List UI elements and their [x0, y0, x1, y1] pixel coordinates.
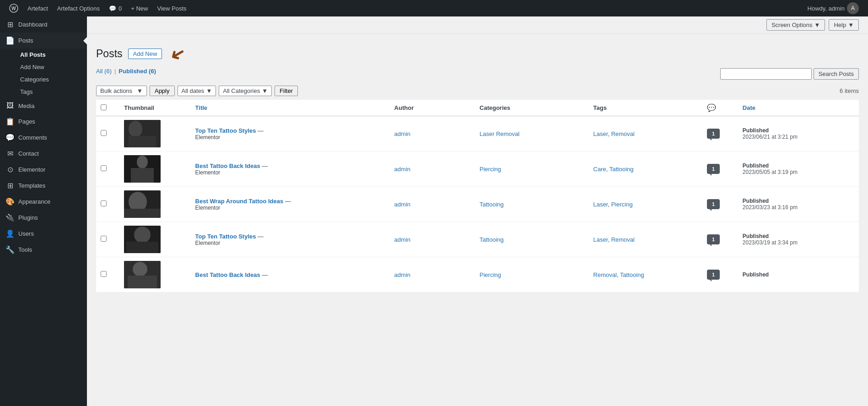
screen-options-button[interactable]: Screen Options ▼ — [766, 19, 825, 31]
comment-count-bubble[interactable]: 1 — [707, 234, 720, 244]
subnav-all[interactable]: All (6) — [96, 68, 112, 75]
help-button[interactable]: Help ▼ — [829, 19, 859, 31]
post-title-link[interactable]: Best Tattoo Back Ideas — [195, 271, 260, 278]
table-row: Top Ten Tattoo Styles — Elementor admin … — [96, 222, 859, 257]
tag-link[interactable]: Laser — [593, 130, 608, 137]
sidebar-item-comments[interactable]: 💬 Comments — [0, 130, 87, 146]
date-cell: Published — [738, 257, 859, 292]
sidebar-item-posts[interactable]: 📄 Posts — [0, 32, 87, 49]
th-checkbox — [96, 100, 119, 116]
adminbar-howdy[interactable]: Howdy, admin A — [803, 0, 863, 16]
post-subtitle: Elementor — [195, 205, 385, 211]
category-link[interactable]: Laser Removal — [480, 130, 519, 137]
comment-count-bubble[interactable]: 1 — [707, 270, 720, 280]
adminbar-wp-logo[interactable]: W — [5, 0, 23, 16]
all-categories-dropdown[interactable]: All Categories ▼ — [219, 86, 272, 96]
sidebar-sub-categories[interactable]: Categories — [0, 73, 87, 86]
th-thumbnail: Thumbnail — [119, 100, 190, 116]
chevron-down-icon-cats: ▼ — [262, 87, 268, 94]
adminbar-view-posts[interactable]: View Posts — [152, 0, 191, 16]
post-title-link[interactable]: Top Ten Tattoo Styles — [195, 127, 256, 134]
comment-count-bubble[interactable]: 1 — [707, 129, 720, 139]
tag-link[interactable]: Laser — [593, 201, 608, 208]
th-title[interactable]: Title — [191, 100, 390, 116]
title-cell: Top Ten Tattoo Styles — Elementor — [191, 222, 390, 257]
author-link[interactable]: admin — [394, 166, 410, 173]
sidebar-sub-tags[interactable]: Tags — [0, 86, 87, 98]
tag-link[interactable]: Piercing — [611, 201, 633, 208]
tag-link[interactable]: Removal — [593, 271, 617, 278]
row-checkbox-cell — [96, 257, 119, 292]
row-checkbox-cell — [96, 116, 119, 152]
post-title-link[interactable]: Best Wrap Around Tattoo Ideas — [195, 198, 284, 205]
title-cell: Best Tattoo Back Ideas — Elementor — [191, 152, 390, 187]
row-checkbox[interactable] — [101, 165, 107, 171]
search-box: Search Posts — [720, 68, 859, 80]
adminbar-new[interactable]: + New — [126, 0, 152, 16]
tag-link[interactable]: Laser — [593, 236, 608, 243]
sidebar-item-appearance[interactable]: 🎨 Appearance — [0, 194, 87, 210]
sidebar-item-media[interactable]: 🖼 Media — [0, 98, 87, 114]
all-dates-dropdown[interactable]: All dates ▼ — [178, 86, 216, 96]
filter-button[interactable]: Filter — [275, 86, 298, 96]
svg-point-15 — [134, 227, 151, 243]
row-checkbox[interactable] — [101, 200, 107, 206]
tag-link[interactable]: Tattooing — [620, 271, 644, 278]
tags-cell: Care, Tattooing — [589, 152, 703, 187]
posts-submenu: All Posts Add New Categories Tags — [0, 49, 87, 98]
tag-link[interactable]: Care — [593, 166, 606, 173]
tag-link[interactable]: Removal — [611, 236, 635, 243]
sidebar-item-pages[interactable]: 📋 Pages — [0, 114, 87, 130]
post-thumbnail — [124, 190, 161, 218]
post-title-link[interactable]: Best Tattoo Back Ideas — [195, 162, 260, 169]
filter-bar: Bulk actions ▼ Apply All dates ▼ All Cat… — [96, 86, 298, 96]
comment-count-bubble[interactable]: 1 — [707, 199, 720, 209]
chevron-down-icon-bulk: ▼ — [137, 87, 143, 94]
add-new-button[interactable]: Add New — [128, 49, 162, 59]
date-value: 2023/06/21 at 3:21 pm — [743, 134, 854, 140]
subnav-published[interactable]: Published (6) — [119, 68, 156, 75]
author-link[interactable]: admin — [394, 236, 410, 243]
select-all-checkbox[interactable] — [101, 104, 107, 110]
svg-rect-8 — [131, 168, 154, 183]
bulk-actions-dropdown[interactable]: Bulk actions ▼ — [96, 86, 147, 96]
thumbnail-cell — [119, 116, 190, 152]
row-checkbox[interactable] — [101, 130, 107, 136]
filter-row: Bulk actions ▼ Apply All dates ▼ All Cat… — [96, 86, 859, 96]
sidebar-item-plugins[interactable]: 🔌 Plugins — [0, 210, 87, 226]
category-link[interactable]: Tattooing — [480, 201, 504, 208]
categories-cell: Tattooing — [475, 187, 589, 222]
author-link[interactable]: admin — [394, 271, 410, 278]
row-checkbox[interactable] — [101, 271, 107, 277]
author-cell: admin — [390, 116, 475, 152]
adminbar-site-name[interactable]: Artefact — [23, 0, 53, 16]
thumbnail-cell — [119, 257, 190, 292]
users-icon: 👤 — [5, 229, 15, 238]
sidebar-item-elementor[interactable]: ⊙ Elementor — [0, 162, 87, 178]
sidebar-item-dashboard[interactable]: ⊞ Dashboard — [0, 16, 87, 32]
sidebar-item-contact[interactable]: ✉ Contact — [0, 146, 87, 162]
row-checkbox[interactable] — [101, 236, 107, 242]
apply-button[interactable]: Apply — [150, 86, 175, 96]
search-posts-button[interactable]: Search Posts — [814, 68, 859, 80]
tag-link[interactable]: Removal — [611, 130, 635, 137]
post-title-link[interactable]: Top Ten Tattoo Styles — [195, 233, 256, 240]
comment-count-bubble[interactable]: 1 — [707, 164, 720, 174]
sidebar-item-tools[interactable]: 🔧 Tools — [0, 242, 87, 258]
category-link[interactable]: Tattooing — [480, 236, 504, 243]
search-input[interactable] — [720, 68, 812, 80]
adminbar-comments[interactable]: 💬 0 — [104, 0, 126, 16]
author-link[interactable]: admin — [394, 201, 410, 208]
sidebar-item-users[interactable]: 👤 Users — [0, 226, 87, 242]
sidebar-item-templates[interactable]: ⊞ Templates — [0, 178, 87, 194]
author-link[interactable]: admin — [394, 130, 410, 137]
sidebar-sub-add-new[interactable]: Add New — [0, 61, 87, 73]
category-link[interactable]: Piercing — [480, 271, 501, 278]
tag-link[interactable]: Tattooing — [609, 166, 634, 173]
sidebar-sub-all-posts[interactable]: All Posts — [0, 49, 87, 61]
adminbar-artefact-options[interactable]: Artefact Options — [53, 0, 104, 16]
th-date[interactable]: Date — [738, 100, 859, 116]
adminbar-right: Howdy, admin A — [803, 0, 863, 16]
title-suffix: — — [256, 233, 264, 240]
category-link[interactable]: Piercing — [480, 166, 501, 173]
